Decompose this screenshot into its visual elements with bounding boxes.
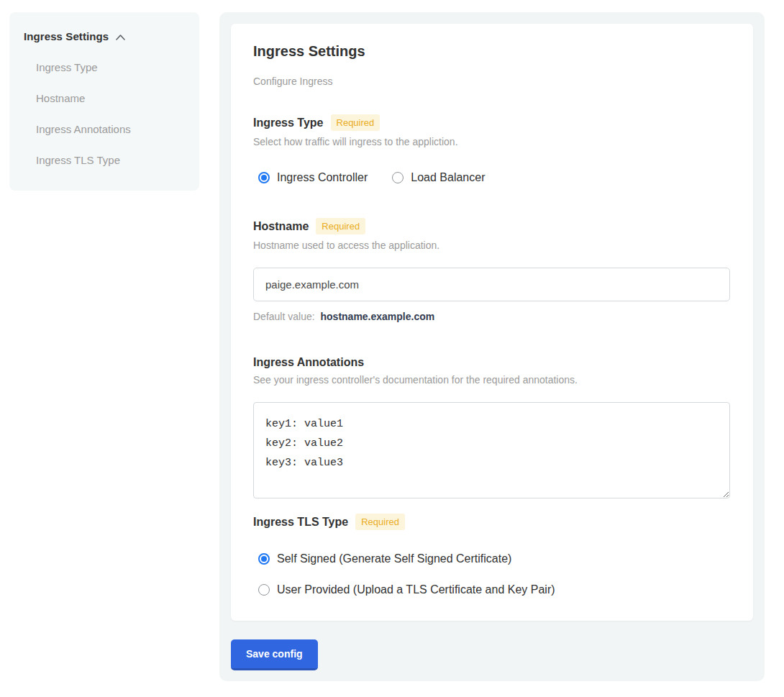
- radio-option-load-balancer[interactable]: Load Balancer: [392, 171, 485, 184]
- radio-label-ingress-controller: Ingress Controller: [277, 171, 368, 184]
- section-hostname: Hostname Required Hostname used to acces…: [253, 218, 731, 322]
- default-value-text: hostname.example.com: [321, 311, 435, 322]
- save-config-button[interactable]: Save config: [231, 639, 318, 670]
- sidebar-group-ingress-settings[interactable]: Ingress Settings: [24, 30, 185, 42]
- radio-option-user-provided[interactable]: User Provided (Upload a TLS Certificate …: [258, 583, 731, 596]
- page-subtitle: Configure Ingress: [253, 76, 731, 87]
- required-badge: Required: [355, 514, 405, 530]
- ingress-tls-radio-group: Self Signed (Generate Self Signed Certif…: [253, 552, 731, 596]
- sidebar-item-ingress-annotations[interactable]: Ingress Annotations: [36, 123, 185, 135]
- section-ingress-type: Ingress Type Required Select how traffic…: [253, 114, 731, 184]
- radio-option-ingress-controller[interactable]: Ingress Controller: [258, 171, 368, 184]
- sidebar-item-ingress-type[interactable]: Ingress Type: [36, 61, 185, 73]
- radio-ingress-controller[interactable]: [258, 172, 270, 183]
- sidebar-group-label: Ingress Settings: [24, 30, 109, 42]
- default-value-label: Default value:: [253, 311, 315, 322]
- ingress-annotations-help: See your ingress controller's documentat…: [253, 374, 731, 386]
- radio-load-balancer[interactable]: [392, 172, 404, 183]
- hostname-help: Hostname used to access the application.: [253, 240, 731, 251]
- required-badge: Required: [331, 114, 380, 131]
- section-ingress-annotations: Ingress Annotations See your ingress con…: [253, 356, 731, 498]
- ingress-annotations-heading: Ingress Annotations: [253, 356, 364, 369]
- chevron-up-icon: [115, 34, 126, 41]
- sidebar-item-hostname[interactable]: Hostname: [36, 92, 185, 104]
- radio-option-self-signed[interactable]: Self Signed (Generate Self Signed Certif…: [258, 552, 731, 565]
- radio-label-user-provided: User Provided (Upload a TLS Certificate …: [277, 583, 555, 596]
- page-title: Ingress Settings: [253, 43, 731, 60]
- hostname-default-line: Default value: hostname.example.com: [253, 311, 731, 322]
- config-card: Ingress Settings Configure Ingress Ingre…: [231, 24, 753, 621]
- section-ingress-tls-type: Ingress TLS Type Required Self Signed (G…: [253, 514, 731, 596]
- radio-self-signed[interactable]: [258, 553, 270, 565]
- radio-user-provided[interactable]: [258, 584, 270, 596]
- hostname-input[interactable]: [253, 268, 730, 301]
- ingress-type-help: Select how traffic will ingress to the a…: [253, 136, 731, 147]
- ingress-annotations-textarea[interactable]: key1: value1 key2: value2 key3: value3: [253, 402, 730, 498]
- ingress-type-heading: Ingress Type: [253, 117, 324, 129]
- ingress-tls-type-heading: Ingress TLS Type: [253, 516, 348, 529]
- radio-label-load-balancer: Load Balancer: [411, 171, 485, 184]
- ingress-type-radio-group: Ingress Controller Load Balancer: [253, 171, 731, 184]
- config-sidebar: Ingress Settings Ingress Type Hostname I…: [9, 12, 199, 191]
- radio-label-self-signed: Self Signed (Generate Self Signed Certif…: [277, 552, 511, 565]
- sidebar-item-ingress-tls-type[interactable]: Ingress TLS Type: [36, 154, 185, 166]
- config-main-panel: Ingress Settings Configure Ingress Ingre…: [219, 12, 765, 681]
- required-badge: Required: [316, 218, 365, 234]
- hostname-heading: Hostname: [253, 220, 309, 233]
